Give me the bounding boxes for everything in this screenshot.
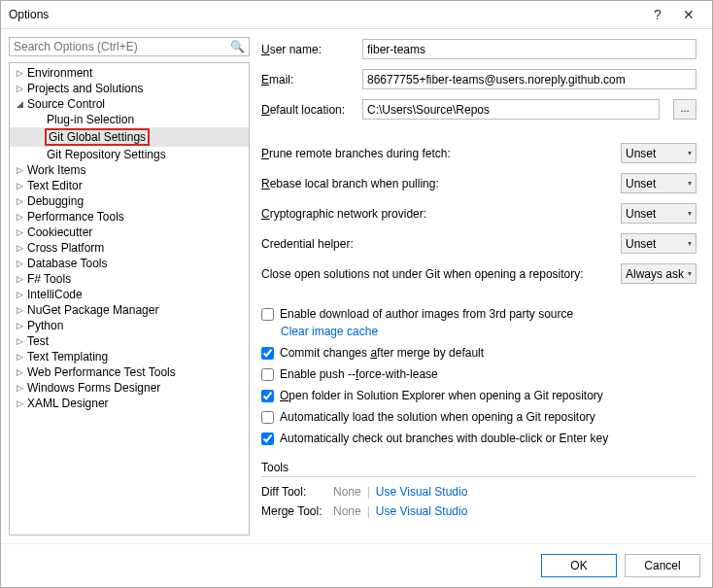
- username-input[interactable]: [362, 39, 696, 59]
- tree-node-label: Web Performance Test Tools: [27, 365, 176, 379]
- expander-icon[interactable]: ▷: [14, 226, 25, 238]
- expander-icon[interactable]: ▷: [14, 320, 25, 331]
- chevron-down-icon: ▾: [688, 149, 692, 157]
- tree-node[interactable]: ▷Python: [10, 318, 249, 333]
- push-force-label: Enable push --force-with-lease: [280, 367, 438, 381]
- rebase-label: Rebase local branch when pulling:: [261, 177, 611, 190]
- open-folder-label: Open folder in Solution Explorer when op…: [280, 389, 603, 402]
- merge-tool-label: Merge Tool:: [261, 504, 329, 518]
- search-input[interactable]: [14, 40, 230, 53]
- close-solutions-combo[interactable]: Always ask▾: [621, 263, 696, 284]
- credential-label: Credential helper:: [261, 237, 611, 251]
- commit-after-merge-label: Commit changes after merge by default: [280, 346, 484, 360]
- tree-node[interactable]: ▷Test: [10, 333, 249, 349]
- tree-node-label: Performance Tools: [27, 210, 124, 224]
- tree-node-label: Test: [27, 334, 49, 348]
- expander-icon[interactable]: ▷: [14, 366, 25, 378]
- tools-section-title: Tools: [261, 461, 696, 474]
- ok-button[interactable]: OK: [541, 554, 617, 577]
- tree-node[interactable]: ▷Windows Forms Designer: [10, 380, 249, 396]
- commit-after-merge-checkbox[interactable]: [261, 347, 274, 360]
- tree-node[interactable]: ▷Performance Tools: [10, 209, 249, 225]
- tree-node-label: Windows Forms Designer: [27, 381, 160, 395]
- options-tree[interactable]: ▷Environment▷Projects and Solutions◢Sour…: [9, 62, 250, 536]
- chevron-down-icon: ▾: [688, 209, 692, 218]
- search-icon[interactable]: 🔍: [230, 40, 245, 53]
- tree-node[interactable]: ▷Text Templating: [10, 349, 249, 364]
- titlebar: Options ? ✕: [1, 1, 712, 29]
- expander-icon[interactable]: ▷: [14, 304, 25, 316]
- expander-icon[interactable]: ▷: [14, 164, 25, 176]
- expander-icon[interactable]: ▷: [14, 273, 25, 285]
- tree-node[interactable]: Plug-in Selection: [10, 112, 249, 127]
- tree-node[interactable]: ▷F# Tools: [10, 271, 249, 287]
- clear-image-cache-link[interactable]: Clear image cache: [281, 325, 378, 338]
- push-force-checkbox[interactable]: [261, 368, 274, 381]
- search-box[interactable]: 🔍: [9, 37, 250, 56]
- expander-icon[interactable]: ▷: [14, 211, 25, 223]
- tree-node[interactable]: ▷Cross Platform: [10, 240, 249, 256]
- expander-icon[interactable]: ▷: [14, 258, 25, 269]
- author-images-label: Enable download of author images from 3r…: [280, 307, 573, 321]
- expander-icon[interactable]: ▷: [14, 335, 25, 347]
- tree-node[interactable]: ▷Environment: [10, 65, 249, 81]
- auto-checkout-checkbox[interactable]: [261, 432, 274, 445]
- close-solutions-label: Close open solutions not under Git when …: [261, 267, 611, 281]
- tree-node-label: Database Tools: [27, 257, 108, 270]
- tree-node[interactable]: ▷Cookiecutter: [10, 225, 249, 240]
- merge-use-vs-link[interactable]: Use Visual Studio: [376, 504, 468, 518]
- tree-node-label: Plug-in Selection: [47, 113, 134, 126]
- expander-icon[interactable]: ◢: [14, 98, 25, 110]
- expander-icon[interactable]: ▷: [14, 242, 25, 254]
- tree-node-label: NuGet Package Manager: [27, 303, 158, 317]
- tree-node[interactable]: ▷Work Items: [10, 162, 249, 178]
- author-images-checkbox[interactable]: [261, 308, 274, 321]
- expander-icon[interactable]: ▷: [14, 382, 25, 394]
- tree-node[interactable]: ▷Database Tools: [10, 256, 249, 271]
- tree-node-label: Environment: [27, 66, 92, 80]
- tree-node[interactable]: ▷Web Performance Test Tools: [10, 364, 249, 380]
- cancel-button[interactable]: Cancel: [625, 554, 700, 577]
- open-folder-checkbox[interactable]: [261, 390, 274, 402]
- prune-combo[interactable]: Unset▾: [621, 143, 696, 163]
- tree-node[interactable]: Git Global Settings: [10, 127, 249, 147]
- tree-node[interactable]: ◢Source Control: [10, 96, 249, 112]
- tree-node[interactable]: ▷NuGet Package Manager: [10, 302, 249, 318]
- settings-panel: User name: Email: Default location: ... …: [257, 37, 704, 536]
- tree-node-label: Cookiecutter: [27, 225, 92, 239]
- close-button[interactable]: ✕: [673, 7, 704, 22]
- credential-combo[interactable]: Unset▾: [621, 233, 696, 254]
- expander-icon[interactable]: ▷: [14, 195, 25, 207]
- expander-icon[interactable]: ▷: [14, 180, 25, 191]
- chevron-down-icon: ▾: [688, 239, 692, 248]
- email-input[interactable]: [362, 69, 696, 89]
- expander-icon[interactable]: ▷: [14, 351, 25, 363]
- tree-node-label: XAML Designer: [27, 397, 109, 410]
- expander-icon[interactable]: ▷: [14, 289, 25, 300]
- tree-node-label: F# Tools: [27, 272, 71, 286]
- diff-use-vs-link[interactable]: Use Visual Studio: [376, 485, 468, 499]
- tree-node[interactable]: ▷Text Editor: [10, 178, 249, 193]
- expander-icon[interactable]: ▷: [14, 398, 25, 409]
- browse-button[interactable]: ...: [673, 99, 696, 120]
- default-location-label: Default location:: [261, 103, 353, 117]
- help-button[interactable]: ?: [642, 7, 673, 22]
- crypto-combo[interactable]: Unset▾: [621, 203, 696, 224]
- tree-node[interactable]: ▷IntelliCode: [10, 287, 249, 302]
- auto-load-checkbox[interactable]: [261, 411, 274, 424]
- default-location-input[interactable]: [362, 99, 660, 120]
- tree-node-label: Projects and Solutions: [27, 82, 143, 95]
- tree-node-label: Cross Platform: [27, 241, 104, 255]
- tree-node[interactable]: ▷XAML Designer: [10, 396, 249, 411]
- chevron-down-icon: ▾: [688, 269, 692, 278]
- expander-icon[interactable]: ▷: [14, 83, 25, 94]
- expander-icon[interactable]: ▷: [14, 67, 25, 79]
- email-label: Email:: [261, 73, 353, 86]
- tree-node[interactable]: ▷Debugging: [10, 193, 249, 209]
- tree-node-label: Git Repository Settings: [47, 148, 166, 161]
- tree-node[interactable]: Git Repository Settings: [10, 147, 249, 162]
- window-title: Options: [9, 8, 642, 21]
- auto-load-label: Automatically load the solution when ope…: [280, 410, 595, 424]
- rebase-combo[interactable]: Unset▾: [621, 173, 696, 193]
- tree-node[interactable]: ▷Projects and Solutions: [10, 81, 249, 96]
